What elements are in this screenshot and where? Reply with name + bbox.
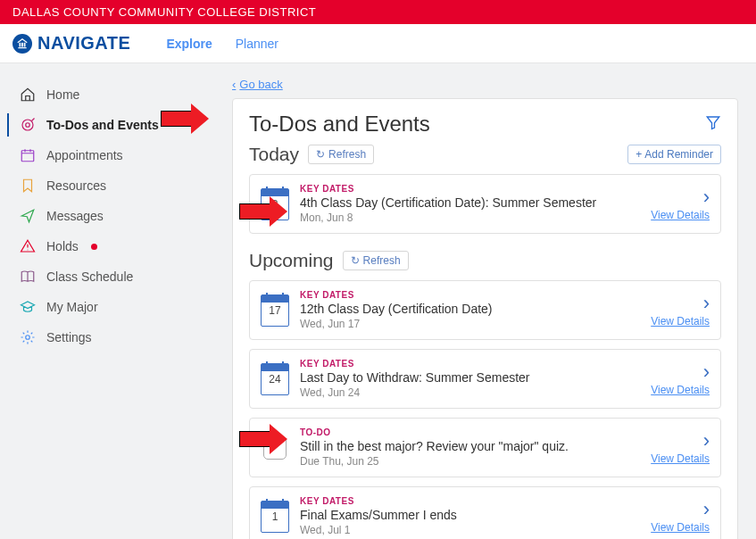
view-details-link[interactable]: View Details — [651, 452, 710, 465]
refresh-label: Refresh — [328, 148, 366, 161]
add-reminder-button[interactable]: + Add Reminder — [627, 145, 721, 164]
card-tag: KEY DATES — [300, 359, 640, 369]
svg-point-5 — [26, 123, 30, 128]
bookmark-icon — [20, 178, 36, 194]
upcoming-card: 1 KEY DATES Final Exams/Summer I ends We… — [249, 486, 721, 539]
sidebar-item-messages[interactable]: Messages — [0, 201, 214, 231]
top-nav: NAVIGATE Explore Planner — [0, 24, 756, 63]
card-title: Last Day to Withdraw: Summer Semester — [300, 370, 640, 385]
svg-rect-3 — [18, 47, 26, 48]
chevron-right-icon[interactable]: › — [703, 500, 710, 519]
content-panel: To-Dos and Events Today ↻ Refresh + Add … — [232, 98, 738, 539]
calendar-day: 8 — [272, 198, 278, 211]
sidebar: Home To-Dos and Events Appointments Reso… — [0, 63, 214, 539]
holds-badge — [91, 244, 97, 250]
sidebar-item-label: Class Schedule — [46, 270, 133, 284]
refresh-icon: ↻ — [351, 254, 360, 267]
card-date: Wed, Jul 1 — [300, 524, 640, 536]
svg-rect-0 — [20, 42, 21, 46]
sidebar-item-label: Holds — [46, 239, 79, 253]
calendar-day-icon: 1 — [261, 501, 289, 533]
sidebar-item-holds[interactable]: Holds — [0, 231, 214, 261]
calendar-day-icon: 24 — [261, 363, 289, 395]
sidebar-item-label: My Major — [46, 300, 98, 314]
calendar-day-icon: 8 — [261, 188, 289, 220]
graduation-icon — [20, 299, 36, 315]
today-section-head: Today ↻ Refresh + Add Reminder — [249, 144, 721, 165]
view-details-link[interactable]: View Details — [651, 315, 710, 328]
card-date: Wed, Jun 17 — [300, 318, 640, 330]
calendar-day: 17 — [269, 304, 280, 317]
sidebar-item-label: Messages — [46, 209, 104, 223]
chevron-right-icon[interactable]: › — [703, 431, 710, 451]
refresh-upcoming-button[interactable]: ↻ Refresh — [343, 251, 409, 270]
sidebar-item-settings[interactable]: Settings — [0, 322, 214, 352]
card-tag: KEY DATES — [300, 290, 640, 300]
plus-icon: + — [636, 148, 642, 161]
alert-icon — [20, 238, 36, 254]
upcoming-title: Upcoming — [249, 250, 334, 271]
svg-rect-1 — [21, 42, 23, 46]
gear-icon — [20, 329, 36, 345]
upcoming-card-todo: TO-DO Still in the best major? Review yo… — [249, 418, 721, 477]
todo-checkbox[interactable] — [263, 436, 287, 460]
card-title: Final Exams/Summer I ends — [300, 508, 640, 522]
card-title: Still in the best major? Review your "ma… — [300, 439, 640, 453]
refresh-today-button[interactable]: ↻ Refresh — [308, 145, 374, 164]
filter-icon[interactable] — [705, 114, 721, 134]
chevron-right-icon[interactable]: › — [703, 294, 710, 313]
card-title: 12th Class Day (Certification Date) — [300, 302, 640, 316]
refresh-label: Refresh — [363, 254, 401, 267]
go-back-label: Go back — [239, 78, 282, 91]
add-reminder-label: Add Reminder — [644, 148, 713, 161]
chevron-right-icon[interactable]: › — [703, 362, 710, 382]
target-icon — [20, 117, 36, 133]
main-content: ‹ Go back To-Dos and Events Today ↻ Refr… — [214, 63, 756, 539]
brand-logo-icon — [12, 34, 32, 54]
sidebar-item-resources[interactable]: Resources — [0, 170, 214, 201]
card-date: Wed, Jun 24 — [300, 386, 640, 399]
refresh-icon: ↻ — [316, 148, 325, 161]
tab-explore[interactable]: Explore — [166, 37, 212, 51]
card-title: 4th Class Day (Certification Date): Summ… — [300, 195, 640, 210]
sidebar-item-my-major[interactable]: My Major — [0, 292, 214, 322]
card-tag: TO-DO — [300, 427, 640, 437]
page-title: To-Dos and Events — [249, 112, 430, 137]
today-card: 8 KEY DATES 4th Class Day (Certification… — [249, 174, 721, 234]
card-date: Due Thu, Jun 25 — [300, 455, 640, 468]
send-icon — [20, 208, 36, 224]
chevron-right-icon[interactable]: › — [703, 187, 710, 207]
sidebar-item-class-schedule[interactable]: Class Schedule — [0, 261, 214, 292]
svg-rect-2 — [24, 42, 26, 46]
svg-point-4 — [22, 120, 33, 130]
sidebar-item-label: Appointments — [46, 148, 123, 162]
brand[interactable]: NAVIGATE — [12, 33, 130, 54]
go-back-link[interactable]: ‹ Go back — [232, 78, 283, 91]
brand-name: NAVIGATE — [37, 33, 130, 54]
chevron-left-icon: ‹ — [232, 78, 236, 91]
sidebar-item-appointments[interactable]: Appointments — [0, 140, 214, 170]
calendar-day: 1 — [272, 510, 278, 523]
tab-planner[interactable]: Planner — [236, 37, 278, 51]
calendar-day: 24 — [269, 373, 280, 386]
sidebar-item-label: Resources — [46, 178, 106, 193]
card-tag: KEY DATES — [300, 184, 640, 194]
layout: Home To-Dos and Events Appointments Reso… — [0, 63, 756, 539]
calendar-icon — [20, 147, 36, 163]
upcoming-card: 17 KEY DATES 12th Class Day (Certificati… — [249, 280, 721, 340]
view-details-link[interactable]: View Details — [651, 521, 710, 534]
view-details-link[interactable]: View Details — [651, 209, 710, 221]
calendar-day-icon: 17 — [261, 294, 289, 327]
book-icon — [20, 269, 36, 285]
svg-point-7 — [26, 336, 30, 340]
upcoming-section-head: Upcoming ↻ Refresh — [249, 250, 721, 271]
view-details-link[interactable]: View Details — [651, 384, 710, 396]
svg-rect-6 — [21, 151, 34, 162]
card-date: Mon, Jun 8 — [300, 211, 640, 224]
sidebar-item-todos[interactable]: To-Dos and Events — [0, 110, 214, 140]
sidebar-item-label: To-Dos and Events — [46, 118, 159, 132]
sidebar-item-home[interactable]: Home — [0, 79, 214, 110]
upcoming-card: 24 KEY DATES Last Day to Withdraw: Summe… — [249, 349, 721, 409]
card-tag: KEY DATES — [300, 496, 640, 506]
home-icon — [20, 87, 36, 103]
